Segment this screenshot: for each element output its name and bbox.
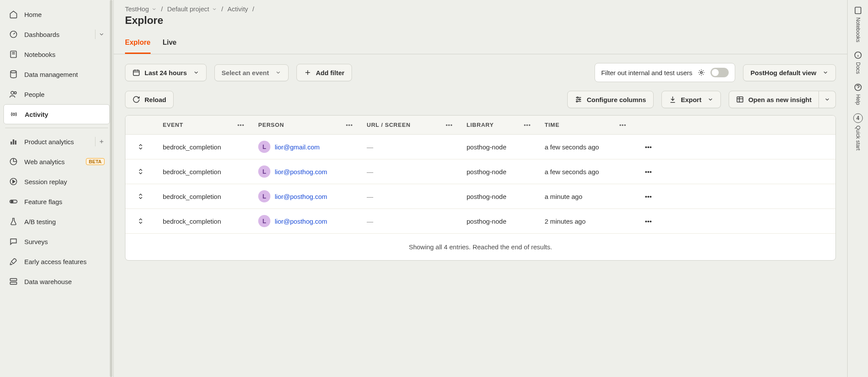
sidebar-item-people[interactable]: People — [3, 84, 110, 104]
replay-icon — [9, 177, 18, 186]
breadcrumb-project[interactable]: Default project — [167, 5, 217, 13]
chevron-down-icon — [151, 7, 157, 12]
th-time[interactable]: TIME••• — [538, 116, 633, 134]
sidebar-item-ab-testing[interactable]: A/B testing — [3, 212, 110, 231]
sidebar-item-data-management[interactable]: Data management — [3, 64, 110, 84]
chevron-down-icon — [193, 69, 199, 76]
row-menu-button[interactable]: ••• — [633, 135, 664, 159]
row-menu-button[interactable]: ••• — [633, 159, 664, 184]
sidebar-item-notebooks[interactable]: Notebooks — [3, 44, 110, 64]
toggle-icon — [9, 197, 18, 206]
avatar: L — [258, 165, 270, 178]
sidebar-item-surveys[interactable]: Surveys — [3, 231, 110, 251]
column-menu-icon[interactable]: ••• — [619, 122, 626, 128]
cell-library: posthog-node — [460, 184, 538, 208]
sidebar-item-label: Product analytics — [24, 138, 74, 146]
table-row[interactable]: bedrock_completionLlior@gmail.com—postho… — [125, 135, 835, 159]
plus-icon[interactable] — [95, 137, 105, 146]
cell-person[interactable]: Llior@posthog.com — [251, 184, 360, 208]
sidebar: Home Dashboards Notebooks Data managemen… — [0, 0, 114, 377]
cell-event: bedrock_completion — [156, 184, 251, 208]
column-menu-icon[interactable]: ••• — [524, 122, 531, 128]
help-icon — [854, 83, 862, 92]
tabs: Explore Live — [114, 34, 847, 54]
th-url[interactable]: URL / SCREEN••• — [360, 116, 460, 134]
rail-docs[interactable]: Docs — [854, 51, 862, 74]
bar-chart-icon — [9, 137, 18, 146]
filter-internal-toggle-card: Filter out internal and test users — [595, 63, 735, 82]
open-as-insight-button[interactable]: Open as new insight — [729, 91, 819, 108]
person-link[interactable]: lior@posthog.com — [275, 168, 327, 175]
breadcrumb-org[interactable]: TestHog — [125, 5, 157, 13]
rail-quick-start[interactable]: 4 Quick start — [853, 113, 863, 150]
chevron-down-icon — [275, 69, 281, 76]
cell-person[interactable]: Llior@gmail.com — [251, 135, 360, 159]
sidebar-item-home[interactable]: Home — [3, 4, 110, 24]
pie-chart-icon — [9, 157, 18, 166]
svg-rect-17 — [10, 278, 17, 281]
reload-icon — [132, 96, 140, 103]
expand-icon — [137, 193, 144, 200]
cell-person[interactable]: Llior@posthog.com — [251, 159, 360, 184]
svg-point-31 — [576, 101, 578, 102]
sidebar-item-early-access[interactable]: Early access features — [3, 251, 110, 271]
row-menu-button[interactable]: ••• — [633, 184, 664, 208]
nav-divider — [5, 128, 108, 128]
rail-help[interactable]: Help — [854, 83, 862, 105]
table-row[interactable]: bedrock_completionLlior@posthog.com—post… — [125, 184, 835, 209]
sidebar-item-data-warehouse[interactable]: Data warehouse — [3, 271, 110, 291]
sidebar-item-label: Home — [24, 11, 42, 18]
header: TestHog / Default project / Activity / E… — [114, 0, 847, 26]
sidebar-item-label: Dashboards — [24, 31, 59, 38]
table-row[interactable]: bedrock_completionLlior@posthog.com—post… — [125, 159, 835, 184]
tab-live[interactable]: Live — [163, 34, 177, 54]
actions-toolbar: Reload Configure columns Export Open as … — [114, 82, 847, 115]
expand-row-button[interactable] — [125, 135, 156, 159]
sidebar-item-product-analytics[interactable]: Product analytics — [3, 132, 110, 152]
database-icon — [9, 69, 18, 79]
svg-marker-14 — [13, 180, 15, 183]
sidebar-item-session-replay[interactable]: Session replay — [3, 172, 110, 192]
configure-columns-button[interactable]: Configure columns — [567, 91, 654, 108]
chevron-down-icon[interactable] — [95, 30, 105, 39]
tab-explore[interactable]: Explore — [125, 34, 151, 54]
view-button[interactable]: PostHog default view — [743, 64, 836, 81]
reload-button[interactable]: Reload — [125, 91, 174, 108]
sidebar-item-dashboards[interactable]: Dashboards — [3, 24, 110, 44]
svg-point-30 — [579, 99, 580, 100]
person-link[interactable]: lior@posthog.com — [275, 218, 327, 225]
rail-notebooks[interactable]: Notebooks — [854, 6, 862, 42]
th-event[interactable]: EVENT••• — [156, 116, 251, 134]
select-event-button[interactable]: Select an event — [214, 64, 289, 81]
expand-row-button[interactable] — [125, 184, 156, 208]
gauge-icon — [9, 30, 18, 39]
filter-internal-switch[interactable] — [710, 68, 729, 77]
breadcrumb-section[interactable]: Activity — [227, 5, 248, 13]
svg-point-25 — [700, 72, 703, 74]
cell-person[interactable]: Llior@posthog.com — [251, 209, 360, 233]
person-link[interactable]: lior@posthog.com — [275, 193, 327, 200]
column-menu-icon[interactable]: ••• — [446, 122, 453, 128]
export-button[interactable]: Export — [661, 91, 721, 108]
date-range-button[interactable]: Last 24 hours — [125, 64, 207, 81]
svg-point-29 — [577, 97, 578, 98]
avatar: L — [258, 215, 270, 227]
expand-row-button[interactable] — [125, 159, 156, 184]
expand-row-button[interactable] — [125, 209, 156, 233]
sidebar-item-feature-flags[interactable]: Feature flags — [3, 192, 110, 212]
sidebar-item-activity[interactable]: Activity — [3, 104, 110, 124]
th-library[interactable]: LIBRARY••• — [460, 116, 538, 134]
sidebar-item-label: Activity — [25, 111, 48, 118]
activity-icon — [9, 109, 19, 119]
cell-url: — — [360, 184, 460, 208]
gear-icon[interactable] — [697, 69, 705, 76]
th-person[interactable]: PERSON••• — [251, 116, 360, 134]
table-row[interactable]: bedrock_completionLlior@posthog.com—post… — [125, 209, 835, 234]
open-as-insight-dropdown[interactable] — [819, 91, 836, 108]
add-filter-button[interactable]: Add filter — [296, 64, 352, 81]
column-menu-icon[interactable]: ••• — [237, 122, 244, 128]
row-menu-button[interactable]: ••• — [633, 209, 664, 233]
column-menu-icon[interactable]: ••• — [346, 122, 353, 128]
sidebar-item-web-analytics[interactable]: Web analytics BETA — [3, 152, 110, 172]
person-link[interactable]: lior@gmail.com — [275, 143, 320, 151]
